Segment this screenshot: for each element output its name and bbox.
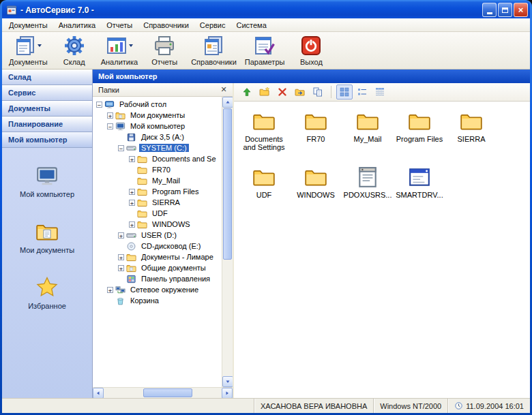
tree-item[interactable]: +Сетевое окружение bbox=[93, 284, 222, 295]
close-button[interactable]: × bbox=[514, 3, 528, 17]
tree-item-label[interactable]: Панель управления bbox=[139, 275, 212, 283]
tree-item-label[interactable]: Сетевое окружение bbox=[128, 286, 201, 294]
tree-expand-toggle[interactable]: − bbox=[107, 123, 113, 129]
tree-item-label[interactable]: UDF bbox=[150, 209, 170, 217]
folders-close-button[interactable]: ✕ bbox=[218, 84, 229, 95]
tree-item[interactable]: +WINDOWS bbox=[93, 219, 222, 230]
sidebar-shortcut-my-computer[interactable]: Мой компьютер bbox=[20, 164, 74, 198]
tree-item-label[interactable]: USER (D:) bbox=[139, 231, 179, 239]
tree-item-label[interactable]: CD-дисковод (E:) bbox=[139, 242, 203, 250]
file-item[interactable]: Documents and Settings bbox=[238, 110, 290, 166]
file-item-label[interactable]: FR70 bbox=[307, 135, 325, 143]
tree-expand-toggle[interactable]: + bbox=[129, 156, 135, 162]
tree-item[interactable]: +USER (D:) bbox=[93, 230, 222, 241]
tree-item-label[interactable]: Общие документы bbox=[139, 264, 208, 272]
toolbar-parameters-button[interactable]: Параметры bbox=[241, 33, 289, 67]
file-item[interactable]: PDOXUSRS... bbox=[342, 166, 394, 221]
file-item-label[interactable]: SMARTDRV... bbox=[396, 191, 443, 199]
scroll-right-button[interactable] bbox=[222, 388, 233, 398]
tree-item[interactable]: −Мой компьютер bbox=[93, 121, 222, 132]
maximize-button[interactable] bbox=[498, 3, 512, 17]
sidebar-section-documents[interactable]: Документы bbox=[2, 101, 92, 117]
tree-item-label[interactable]: SYSTEM (C:) bbox=[139, 144, 189, 152]
tree-item-label[interactable]: Documents and Se bbox=[150, 155, 218, 163]
sidebar-section-warehouse[interactable]: Склад bbox=[2, 70, 92, 85]
tree-expand-toggle[interactable]: + bbox=[129, 200, 135, 206]
tree-expand-toggle[interactable]: + bbox=[118, 265, 124, 271]
file-item[interactable]: SMARTDRV... bbox=[394, 166, 445, 221]
sidebar-section-service[interactable]: Сервис bbox=[2, 85, 92, 101]
tree-expand-toggle[interactable]: − bbox=[96, 102, 102, 108]
view-details-button[interactable] bbox=[372, 84, 388, 99]
up-button[interactable] bbox=[239, 84, 255, 99]
tree-expand-toggle[interactable]: + bbox=[107, 112, 113, 119]
scroll-left-button[interactable] bbox=[93, 388, 104, 398]
toolbar-reports-button[interactable]: Отчеты bbox=[142, 33, 187, 67]
toolbar-analytics-button[interactable]: Аналитика bbox=[97, 33, 142, 67]
tree-item-label[interactable]: Диск 3,5 (A:) bbox=[139, 133, 186, 141]
tree-item-label[interactable]: SIERRA bbox=[150, 198, 182, 206]
file-item-label[interactable]: Program Files bbox=[396, 135, 443, 143]
sidebar-section-my-computer[interactable]: Мой компьютер bbox=[2, 132, 92, 148]
new-folder-button[interactable] bbox=[256, 84, 273, 99]
menu-item-analytics[interactable]: Аналитика bbox=[53, 20, 101, 31]
tree-expand-toggle[interactable]: − bbox=[118, 145, 124, 151]
toolbar-documents-button[interactable]: Документы bbox=[5, 33, 52, 67]
sidebar-shortcut-my-documents[interactable]: Мои документы bbox=[20, 220, 74, 254]
file-item-label[interactable]: UDF bbox=[256, 191, 272, 199]
tree-expand-toggle[interactable]: + bbox=[129, 221, 135, 228]
menu-item-references[interactable]: Справочники bbox=[138, 20, 194, 31]
tree-item[interactable]: +Мои документы bbox=[93, 110, 222, 121]
menu-item-service[interactable]: Сервис bbox=[194, 20, 231, 31]
menu-item-reports[interactable]: Отчеты bbox=[101, 20, 138, 31]
tree-item-label[interactable]: Документы - Лимаре bbox=[139, 253, 216, 261]
file-item-label[interactable]: Documents and Settings bbox=[238, 135, 290, 151]
tree-item-label[interactable]: Program Files bbox=[150, 187, 201, 196]
tree-item-label[interactable]: FR70 bbox=[150, 166, 173, 174]
tree-item-label[interactable]: Мои документы bbox=[128, 111, 187, 119]
tree-item-label[interactable]: Мой компьютер bbox=[128, 122, 187, 130]
sidebar-shortcut-favorites[interactable]: Избранное bbox=[28, 276, 66, 310]
tree-item[interactable]: Панель управления bbox=[93, 273, 222, 284]
scroll-up-button[interactable] bbox=[222, 97, 233, 108]
file-item[interactable]: WINDOWS bbox=[290, 166, 342, 221]
tree-item[interactable]: −Рабочий стол bbox=[93, 99, 222, 110]
tree-item[interactable]: Диск 3,5 (A:) bbox=[93, 132, 222, 142]
file-item[interactable]: UDF bbox=[238, 166, 290, 221]
tree-horizontal-scrollbar[interactable] bbox=[93, 387, 233, 398]
tree-item[interactable]: +Общие документы bbox=[93, 262, 222, 273]
file-item-label[interactable]: WINDOWS bbox=[297, 191, 335, 199]
tree-item[interactable]: +Program Files bbox=[93, 186, 222, 197]
tree-item-label[interactable]: WINDOWS bbox=[150, 220, 192, 228]
tree-expand-toggle[interactable]: + bbox=[118, 232, 124, 239]
tree-item-label[interactable]: Корзина bbox=[128, 296, 161, 305]
tree-vertical-scrollbar[interactable] bbox=[222, 97, 233, 387]
dropdown-arrow-icon[interactable] bbox=[38, 44, 42, 47]
tree-item[interactable]: CD-дисковод (E:) bbox=[93, 241, 222, 251]
view-large-icons-button[interactable] bbox=[336, 84, 353, 99]
toolbar-exit-button[interactable]: Выход bbox=[289, 33, 334, 67]
tree-item[interactable]: UDF bbox=[93, 208, 222, 219]
dropdown-arrow-icon[interactable] bbox=[129, 44, 133, 47]
toolbar-references-button[interactable]: Справочники bbox=[187, 33, 241, 67]
tree-item[interactable]: +SIERRA bbox=[93, 197, 222, 208]
tree-item[interactable]: −SYSTEM (C:) bbox=[93, 142, 222, 153]
tree-item-label[interactable]: My_Mail bbox=[150, 176, 182, 185]
file-item[interactable]: My_Mail bbox=[342, 110, 394, 166]
file-item-label[interactable]: My_Mail bbox=[354, 135, 382, 143]
view-list-button[interactable] bbox=[354, 84, 370, 99]
scroll-thumb[interactable] bbox=[143, 388, 192, 397]
tree-item[interactable]: +Документы - Лимаре bbox=[93, 251, 222, 262]
file-item[interactable]: SIERRA bbox=[445, 110, 497, 166]
file-item-label[interactable]: SIERRA bbox=[458, 135, 486, 143]
sidebar-section-planning[interactable]: Планирование bbox=[2, 117, 92, 132]
tree-expand-toggle[interactable]: + bbox=[107, 287, 113, 293]
minimize-button[interactable] bbox=[482, 3, 497, 17]
file-item[interactable]: FR70 bbox=[290, 110, 342, 166]
tree-item[interactable]: Корзина bbox=[93, 295, 222, 306]
scroll-thumb[interactable] bbox=[223, 108, 232, 260]
scroll-down-button[interactable] bbox=[222, 376, 233, 387]
menu-item-documents[interactable]: Документы bbox=[3, 20, 53, 31]
tree-expand-toggle[interactable]: + bbox=[129, 189, 135, 195]
file-item-label[interactable]: PDOXUSRS... bbox=[344, 191, 392, 199]
